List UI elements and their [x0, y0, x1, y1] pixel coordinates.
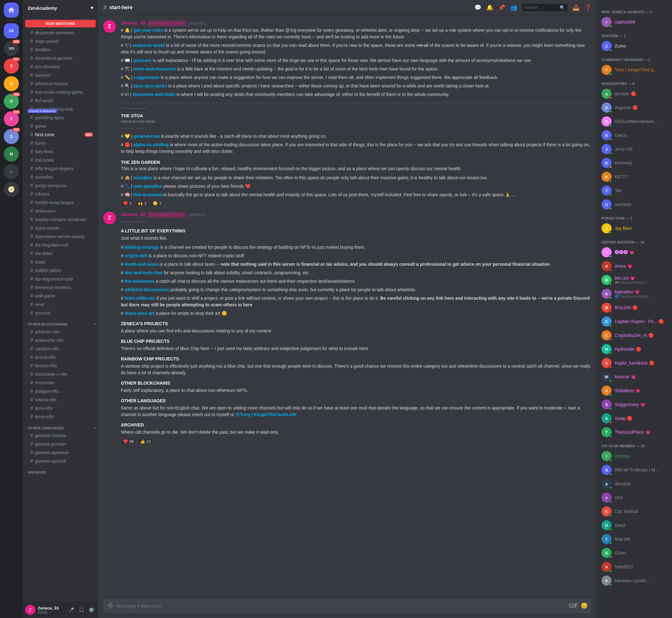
- search-input[interactable]: [525, 5, 558, 10]
- member-item-888[interactable]: 8 888 NFTcollector | M...: [599, 463, 669, 477]
- channel-item-immutable[interactable]: # immutable-x-nfts: [25, 370, 96, 378]
- channel-item-cardano[interactable]: # cardano-nfts: [25, 345, 96, 353]
- member-item-jerry[interactable]: J Jerry-UG: [599, 142, 669, 156]
- reaction-smile[interactable]: 🙂3: [151, 200, 163, 207]
- channel-item-japanese[interactable]: # general-japanese: [25, 448, 96, 457]
- help-icon[interactable]: ❓: [585, 4, 591, 11]
- add-channel-icon[interactable]: +: [93, 426, 96, 430]
- channel-item-forgotten-cult[interactable]: # the-forgotten-cult: [25, 241, 96, 249]
- member-item-boldin[interactable]: B BOLDIN 🔴: [599, 301, 669, 314]
- channel-item-wolf-game[interactable]: # wolf-game: [25, 292, 96, 300]
- channel-item-kumo[interactable]: # kumo: [25, 139, 96, 147]
- threads-icon[interactable]: 💬: [474, 4, 481, 11]
- channel-item-hirst[interactable]: # hirst-zone 664: [25, 130, 96, 139]
- channel-item-polygon[interactable]: # polygon-nfts: [25, 387, 96, 395]
- channel-item-doodles[interactable]: # doodles: [25, 45, 96, 54]
- channel-item-gambling-apes[interactable]: # gambling-apes Gaming & Metaverse: [25, 114, 96, 122]
- members-icon[interactable]: 👥: [510, 4, 517, 11]
- member-item-jay-bien[interactable]: J Jay Bien: [599, 221, 669, 235]
- deafen-button[interactable]: 🎧: [77, 605, 86, 614]
- add-channel-icon[interactable]: +: [93, 322, 96, 326]
- channel-item-superlative[interactable]: # superlative-secret-society: [25, 232, 96, 240]
- mute-button[interactable]: 🎤: [67, 605, 76, 614]
- channel-item-treeverse[interactable]: # treeverse-timeless: [25, 283, 96, 292]
- channel-item-elrond[interactable]: # elrond-nfts: [25, 353, 96, 362]
- channel-item-littles[interactable]: # the-littles: [25, 249, 96, 258]
- member-item-bighatlevi[interactable]: b bighatlevi 💗 🌀 hacking techspace: [599, 287, 669, 301]
- member-item-ames[interactable]: A Ames 💗: [599, 259, 669, 273]
- channel-item-terra[interactable]: # terra-nfts: [25, 404, 96, 412]
- channel-item-moonriver[interactable]: # moonriver: [25, 379, 96, 387]
- member-item-kennedy[interactable]: K Kennedy: [599, 156, 669, 170]
- member-item-soggygravy[interactable]: S SoggyGravy 💗: [599, 398, 669, 411]
- gif-button[interactable]: GIF: [569, 599, 578, 613]
- pin-icon[interactable]: 📌: [498, 4, 505, 11]
- member-item-kit777[interactable]: K Kit777: [599, 170, 669, 184]
- member-item-tony[interactable]: T Tony | KingInTheCa...: [599, 63, 669, 77]
- member-item-floar-eth[interactable]: f floar.eth: [599, 532, 669, 546]
- home-button[interactable]: [4, 3, 19, 18]
- category-other-blockchains[interactable]: OTHER-BLOCKCHAINS +: [23, 317, 98, 327]
- channel-item-lost-poets[interactable]: # lost-poets: [25, 156, 96, 164]
- member-item-sss[interactable]: S 🅢🅢🅢 💗: [599, 245, 669, 259]
- member-item-hafe[interactable]: h hafe0022: [599, 560, 669, 574]
- member-item-grom[interactable]: G Grom: [599, 546, 669, 560]
- server-icon-2[interactable]: 309 309: [4, 41, 19, 56]
- category-archived[interactable]: ARCHIVED: [23, 466, 98, 476]
- add-server-button[interactable]: +: [4, 164, 19, 179]
- member-item-greco[interactable]: G Greco: [599, 128, 669, 142]
- channel-item-eponym[interactable]: # eponym: [25, 71, 96, 79]
- member-item-daryl[interactable]: D Daryl: [599, 518, 669, 532]
- notification-icon[interactable]: 🔔: [486, 4, 493, 11]
- server-header[interactable]: ZenAcademy ▾: [23, 0, 98, 16]
- channel-item-doge[interactable]: # doge-pound: [25, 37, 96, 45]
- member-item-zumo[interactable]: Z Zumo: [599, 39, 669, 53]
- channel-item-rumble-kong[interactable]: # rumble-kong-league: [25, 198, 96, 207]
- channel-item-dreamland[interactable]: # dreamland-genesis: [25, 54, 96, 62]
- member-item-moonar[interactable]: M Moonar 💗: [599, 370, 669, 384]
- member-item-userlaze[interactable]: U userlaze: [599, 198, 669, 211]
- channel-item-toddler[interactable]: # toddler-pillars: [25, 267, 96, 275]
- member-item-swap[interactable]: S Swap 🔴: [599, 411, 669, 425]
- server-icon-6[interactable]: Z 560: [4, 111, 19, 126]
- member-item-lemonp[interactable]: l lemonp: [599, 449, 669, 463]
- server-icon-4[interactable]: G: [4, 76, 19, 91]
- server-icon-5[interactable]: N 390: [4, 94, 19, 109]
- inbox-icon[interactable]: 📥: [573, 4, 579, 11]
- member-item-cpt-ikdavid[interactable]: C Cpt. Ikdavid: [599, 504, 669, 518]
- channel-item-toadz[interactable]: # toadz: [25, 258, 96, 266]
- channel-item-fluf[interactable]: # fluf-world: [25, 97, 96, 105]
- server-icon-7[interactable]: D 183: [4, 129, 19, 144]
- member-item-alexg1w[interactable]: a alexg1w: [599, 477, 669, 491]
- channel-item-robotos[interactable]: # robotos: [25, 190, 96, 198]
- member-item-shibakinu[interactable]: S Shibakinu 💗: [599, 384, 669, 398]
- channel-item-german[interactable]: # general-german: [25, 440, 96, 448]
- channel-item-super-plastic[interactable]: # super-plastic: [25, 224, 96, 232]
- channel-item-veve[interactable]: # veve: [25, 300, 96, 309]
- member-item-girljust[interactable]: G GirlJustWannaHave...: [599, 114, 669, 128]
- add-file-icon[interactable]: ➕: [107, 599, 114, 613]
- search-bar[interactable]: 🔍: [522, 4, 568, 11]
- channel-item-pudgy[interactable]: # pudgy-penguins: [25, 182, 96, 190]
- channel-item-yoconut[interactable]: # yoconut: [25, 309, 96, 317]
- server-icon-3[interactable]: S 50+: [4, 59, 19, 74]
- channel-item-evo-snails[interactable]: # evo-snails-staking-game...: [25, 88, 96, 96]
- channel-item-smiles[interactable]: # smilessvrs: [25, 207, 96, 215]
- settings-button[interactable]: ⚙️: [87, 605, 96, 614]
- channel-item-spanish[interactable]: # general-spanish: [25, 457, 96, 465]
- reaction-heart-2[interactable]: ❤️88: [121, 438, 136, 445]
- category-other-languages[interactable]: OTHER LANGUAGES +: [23, 421, 98, 431]
- reaction-heart[interactable]: ❤️5: [121, 200, 134, 207]
- member-item-cm2[interactable]: c cm2: [599, 491, 669, 504]
- member-item-thegoodplace[interactable]: T TheGoodPlace 💗: [599, 425, 669, 439]
- channel-item-noundles[interactable]: # noundles: [25, 173, 96, 181]
- emoji-button[interactable]: 😊: [581, 599, 588, 613]
- channel-item-top-dog[interactable]: # top-dog-beach-club: [25, 275, 96, 283]
- channel-item-desperate[interactable]: # desperate-apewives: [25, 29, 96, 37]
- channel-item-ethereum-towers[interactable]: # ethereum-towers: [25, 80, 96, 88]
- reaction-raised-hands[interactable]: 🙌3: [136, 200, 149, 207]
- channel-item-chinese[interactable]: # general-chinese: [25, 431, 96, 440]
- member-item-bec-sol[interactable]: B bec.sol 💗 🎮 Playing Destiny 2: [599, 273, 669, 287]
- channel-item-lazy-lions[interactable]: # lazy-lions: [25, 147, 96, 156]
- channel-item-arbitrum[interactable]: # arbitrum-nfts: [25, 328, 96, 336]
